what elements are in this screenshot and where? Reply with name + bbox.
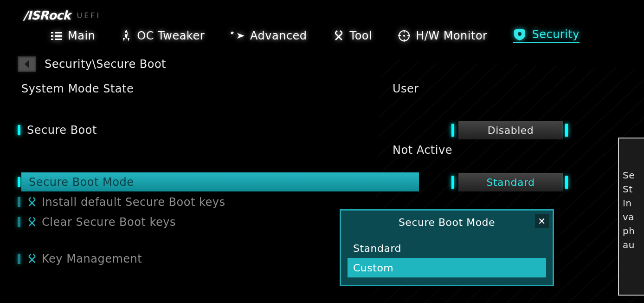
value: User <box>393 82 419 95</box>
nav-label: Tool <box>350 29 373 42</box>
label: Clear Secure Boot keys <box>42 216 176 229</box>
popup-option-standard[interactable]: Standard <box>348 238 546 258</box>
brand-logo: /ISRock <box>23 8 70 22</box>
nav-advanced[interactable]: Advanced <box>231 29 307 42</box>
secure-boot-mode-popup: Secure Boot Mode ✕ Standard Custom <box>340 209 554 286</box>
list-icon <box>51 31 62 40</box>
nav-label: H/W Monitor <box>416 29 487 42</box>
chevron-left-icon <box>24 60 30 68</box>
svg-rect-0 <box>51 32 53 33</box>
shield-icon <box>513 28 526 40</box>
svg-rect-1 <box>55 32 62 33</box>
help-line: va <box>623 210 644 224</box>
back-button[interactable] <box>18 56 36 72</box>
nav-tool[interactable]: Tool <box>333 29 373 42</box>
tools-icon <box>27 197 37 207</box>
help-panel: D Se St In va ph au <box>618 138 644 296</box>
help-heading: D <box>623 145 644 159</box>
popup-close-button[interactable]: ✕ <box>535 214 549 228</box>
tools-icon <box>27 217 37 227</box>
glow-icon <box>565 124 568 137</box>
glow-icon <box>451 176 454 189</box>
tools-icon <box>27 254 37 264</box>
nav-hw-monitor[interactable]: H/W Monitor <box>398 29 487 42</box>
breadcrumb: Security\Secure Boot <box>45 58 166 71</box>
row-marker-icon <box>18 254 20 264</box>
row-secure-boot-status: Not Active <box>18 140 644 160</box>
dropdown-value: Disabled <box>488 125 534 136</box>
star-arrow-icon <box>231 31 245 40</box>
tools-icon <box>333 30 344 41</box>
rocket-icon <box>121 30 131 42</box>
label: System Mode State <box>21 82 134 95</box>
row-marker-icon <box>18 197 20 207</box>
label: Install default Secure Boot keys <box>42 196 225 209</box>
breadcrumb-row: Security\Secure Boot <box>0 46 644 72</box>
close-icon: ✕ <box>538 216 546 227</box>
logo-row: /ISRock UEFI <box>0 0 644 22</box>
nav-label: Advanced <box>250 29 307 42</box>
glow-icon <box>565 176 568 189</box>
row-system-mode-state: System Mode State User <box>18 79 644 99</box>
nav-security[interactable]: Security <box>513 28 580 43</box>
glow-icon <box>451 124 454 137</box>
label: Key Management <box>42 252 142 265</box>
popup-options: Standard Custom <box>341 234 553 285</box>
nav-label: OC Tweaker <box>137 29 205 42</box>
popup-title: Secure Boot Mode <box>399 217 495 228</box>
help-line: In <box>623 196 644 210</box>
value: Not Active <box>393 144 452 157</box>
popup-title-row: Secure Boot Mode ✕ <box>341 211 553 234</box>
row-secure-boot-mode[interactable]: Secure Boot Mode Standard <box>18 172 644 192</box>
svg-rect-2 <box>51 35 53 37</box>
label: Secure Boot <box>27 124 97 137</box>
svg-rect-3 <box>55 35 62 37</box>
secure-boot-mode-dropdown[interactable]: Standard <box>458 173 563 191</box>
popup-option-custom[interactable]: Custom <box>348 258 546 277</box>
dropdown-value: Standard <box>486 177 535 188</box>
help-line: au <box>623 238 644 252</box>
option-label: Custom <box>353 262 393 274</box>
option-label: Standard <box>353 243 401 254</box>
row-marker-icon <box>18 177 20 187</box>
secure-boot-dropdown[interactable]: Disabled <box>458 121 563 139</box>
nav-label: Main <box>68 29 95 42</box>
svg-point-6 <box>125 33 127 34</box>
help-line: ph <box>623 224 644 238</box>
svg-point-13 <box>518 32 522 36</box>
row-secure-boot[interactable]: Secure Boot Disabled <box>18 120 644 140</box>
brand-suffix: UEFI <box>77 11 101 20</box>
row-marker-icon <box>18 217 20 227</box>
target-icon <box>398 30 410 42</box>
label: Secure Boot Mode <box>29 176 134 189</box>
top-nav: Main OC Tweaker Advanced Tool H/W Monito… <box>0 22 644 46</box>
svg-rect-4 <box>51 39 53 40</box>
nav-main[interactable]: Main <box>51 29 95 42</box>
row-marker-icon <box>18 125 20 135</box>
svg-rect-5 <box>55 39 62 40</box>
nav-oc-tweaker[interactable]: OC Tweaker <box>121 29 205 42</box>
help-line: St <box>623 182 644 196</box>
svg-point-12 <box>403 35 405 37</box>
nav-label: Security <box>532 28 580 41</box>
help-line: Se <box>623 168 644 182</box>
